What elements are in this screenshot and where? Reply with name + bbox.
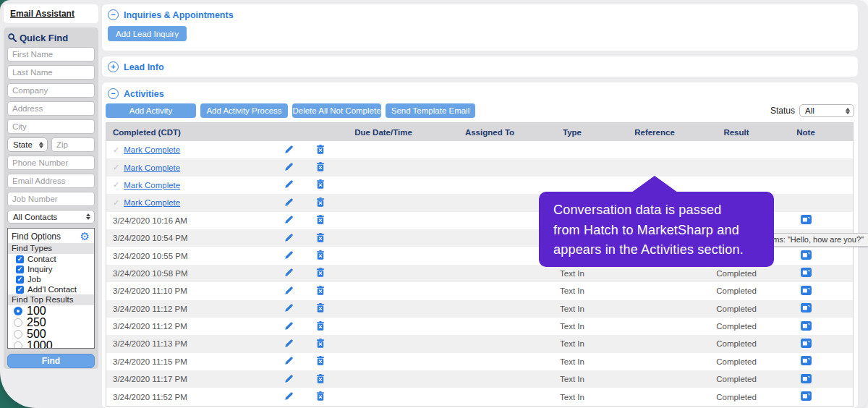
completed-date: 3/24/2020 11:13 PM (113, 339, 187, 348)
edit-pencil-icon[interactable] (284, 250, 294, 260)
radio-icon[interactable] (14, 341, 22, 349)
status-select[interactable]: All (799, 104, 854, 117)
edit-pencil-icon[interactable] (284, 179, 294, 189)
edit-pencil-icon[interactable] (284, 391, 294, 401)
gear-icon[interactable]: ⚙ (80, 231, 90, 242)
note-icon[interactable] (801, 286, 812, 295)
select-arrows-icon (86, 213, 90, 220)
delete-trash-icon[interactable] (316, 391, 325, 401)
top-results-250[interactable]: 250 (8, 317, 94, 328)
note-icon[interactable] (801, 339, 812, 348)
mark-complete-link[interactable]: Mark Complete (124, 181, 180, 190)
col-reference[interactable]: Reference (595, 128, 714, 137)
col-note[interactable]: Note (759, 128, 853, 137)
edit-pencil-icon[interactable] (284, 339, 294, 348)
note-icon[interactable] (801, 356, 812, 365)
checkbox-checked-icon[interactable]: ✓ (16, 286, 24, 294)
delete-trash-icon[interactable] (316, 356, 325, 365)
collapse-minus-icon[interactable]: − (108, 88, 119, 99)
delete-trash-icon[interactable] (316, 286, 325, 295)
edit-pencil-icon[interactable] (284, 356, 294, 365)
add-lead-inquiry-button[interactable]: Add Lead Inquiry (108, 26, 187, 41)
find-type-contact[interactable]: ✓ Contact (8, 254, 94, 264)
contacts-select[interactable]: All Contacts (7, 210, 95, 224)
col-result[interactable]: Result (714, 128, 759, 137)
delete-trash-icon[interactable] (316, 233, 325, 242)
edit-pencil-icon[interactable] (284, 268, 294, 277)
delete-trash-icon[interactable] (316, 321, 325, 331)
zip-input[interactable] (51, 137, 95, 152)
delete-all-not-complete-button[interactable]: Delete All Not Complete (292, 103, 381, 118)
radio-icon[interactable] (14, 318, 22, 327)
delete-trash-icon[interactable] (316, 162, 325, 171)
note-icon[interactable] (801, 391, 812, 401)
top-results-500[interactable]: 500 (8, 328, 94, 340)
checkbox-checked-icon[interactable]: ✓ (16, 255, 24, 263)
col-type[interactable]: Type (549, 128, 595, 137)
delete-trash-icon[interactable] (316, 179, 325, 189)
radio-icon[interactable] (14, 330, 22, 339)
edit-pencil-icon[interactable] (284, 233, 294, 242)
email-assistant-link[interactable]: Email Assistant (10, 9, 75, 19)
email-input[interactable] (7, 174, 95, 188)
delete-trash-icon[interactable] (316, 250, 325, 260)
job-number-input[interactable] (7, 192, 95, 206)
checkbox-checked-icon[interactable]: ✓ (16, 265, 24, 273)
col-due-date[interactable]: Due Date/Time (336, 128, 430, 137)
find-type-inquiry[interactable]: ✓ Inquiry (8, 264, 94, 274)
add-activity-button[interactable]: Add Activity (106, 103, 196, 118)
table-row: 3/24/2020 11:10 PM Text In Completed (106, 282, 853, 299)
edit-pencil-icon[interactable] (284, 145, 294, 154)
delete-trash-icon[interactable] (316, 374, 325, 383)
delete-trash-icon[interactable] (316, 145, 325, 154)
last-name-input[interactable] (7, 65, 95, 80)
top-results-1000[interactable]: 1000 (8, 340, 94, 349)
delete-trash-icon[interactable] (316, 268, 325, 277)
note-icon[interactable] (801, 321, 812, 331)
completed-date: 3/24/2020 10:16 AM (113, 216, 187, 225)
edit-pencil-icon[interactable] (284, 215, 294, 224)
collapse-minus-icon[interactable]: − (108, 9, 119, 20)
company-input[interactable] (7, 83, 95, 98)
edit-pencil-icon[interactable] (284, 286, 294, 295)
mark-complete-link[interactable]: Mark Complete (124, 145, 180, 154)
find-button[interactable]: Find (7, 354, 95, 368)
address-input[interactable] (7, 101, 95, 116)
expand-plus-icon[interactable]: + (108, 61, 119, 72)
first-name-input[interactable] (7, 47, 95, 61)
city-input[interactable] (7, 119, 95, 134)
note-icon[interactable] (801, 268, 812, 277)
table-row: 3/24/2020 11:13 PM Text In Completed (106, 335, 853, 352)
edit-pencil-icon[interactable] (284, 374, 294, 383)
checkbox-checked-icon[interactable]: ✓ (16, 276, 24, 284)
send-template-email-button[interactable]: Send Template Email (386, 103, 475, 118)
add-activity-process-button[interactable]: Add Activity Process (200, 103, 288, 118)
note-icon[interactable] (801, 215, 812, 224)
activities-table-body: ✓ Mark Complete ✓ Mark Complete (106, 141, 853, 406)
delete-trash-icon[interactable] (316, 339, 325, 348)
col-completed[interactable]: Completed (CDT) (106, 128, 273, 137)
contacts-select-value: All Contacts (13, 213, 57, 221)
delete-trash-icon[interactable] (316, 303, 325, 313)
note-icon[interactable] (801, 374, 812, 383)
note-icon[interactable] (801, 303, 812, 313)
radio-selected-icon[interactable] (14, 307, 22, 315)
note-icon[interactable] (801, 250, 812, 260)
mark-complete-link[interactable]: Mark Complete (124, 163, 180, 172)
delete-trash-icon[interactable] (316, 197, 325, 207)
find-type-job[interactable]: ✓ Job (8, 274, 94, 284)
find-type-addl-contact[interactable]: ✓ Add'l Contact (8, 284, 94, 294)
result-cell: Completed (714, 339, 759, 348)
find-types-label: Find Types (8, 243, 94, 254)
edit-pencil-icon[interactable] (284, 162, 294, 171)
mark-complete-link[interactable]: Mark Complete (124, 198, 180, 207)
top-results-100[interactable]: 100 (8, 305, 94, 317)
edit-pencil-icon[interactable] (284, 197, 294, 207)
state-select[interactable]: State (7, 137, 48, 152)
phone-input[interactable] (7, 156, 95, 170)
edit-pencil-icon[interactable] (284, 321, 294, 331)
col-assigned-to[interactable]: Assigned To (430, 128, 549, 137)
edit-pencil-icon[interactable] (284, 303, 294, 313)
delete-trash-icon[interactable] (316, 215, 325, 224)
result-cell: Completed (714, 393, 759, 401)
